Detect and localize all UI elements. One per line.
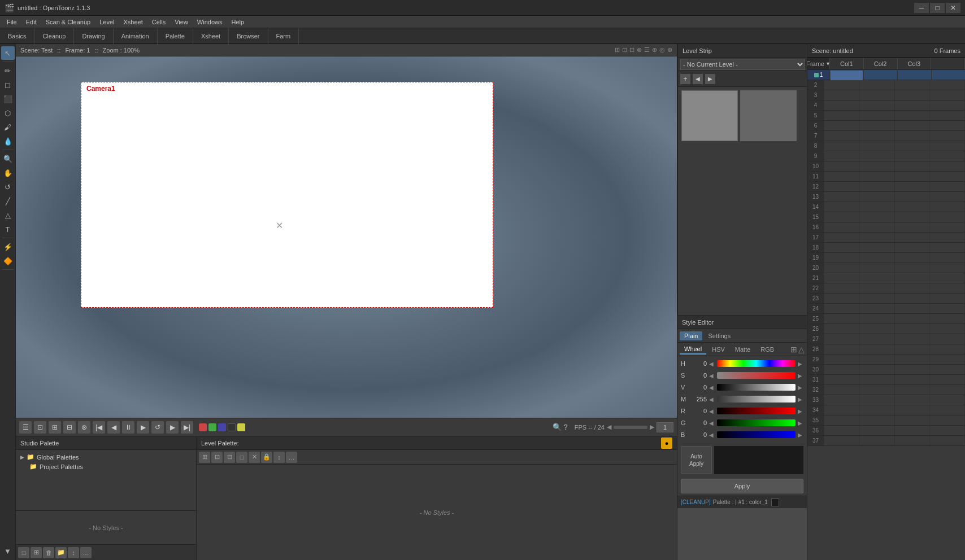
zoom-tool[interactable]: 🔍 — [1, 152, 15, 165]
next-frame-btn[interactable]: ▶ — [166, 421, 179, 434]
search-icon[interactable]: 🔍 — [553, 423, 562, 431]
select-tool[interactable]: ↖ — [1, 46, 15, 60]
se-tab-plain[interactable]: Plain — [680, 331, 702, 340]
play-btn[interactable]: ▶ — [137, 421, 149, 434]
menu-xsheet[interactable]: Xsheet — [119, 16, 147, 28]
paint-tool[interactable]: 🖌 — [1, 120, 15, 134]
tab-browser[interactable]: Browser — [229, 28, 268, 44]
red-left-arrow[interactable]: ◀ — [709, 408, 715, 414]
line-tool[interactable]: ╱ — [1, 194, 15, 208]
menu-windows[interactable]: Windows — [193, 16, 227, 28]
shape-tool[interactable]: △ — [1, 208, 15, 222]
more-down-icon[interactable]: ▼ — [1, 544, 15, 558]
tab-xsheet[interactable]: Xsheet — [193, 28, 229, 44]
fill-tool[interactable]: ⬛ — [1, 92, 15, 106]
blue-right-arrow[interactable]: ▶ — [798, 432, 803, 438]
matte-right-arrow[interactable]: ▶ — [798, 396, 803, 403]
green-left-arrow[interactable]: ◀ — [709, 420, 715, 426]
lp-new-btn[interactable]: □ — [236, 452, 247, 463]
text-tool[interactable]: T — [1, 222, 15, 236]
menu-level[interactable]: Level — [95, 16, 119, 28]
viewer-icon-1[interactable]: ⊞ — [615, 46, 620, 54]
lp-more-btn[interactable]: … — [286, 452, 297, 463]
plastic-tool[interactable]: 🔶 — [1, 254, 15, 268]
play-range-next[interactable]: ▶ — [650, 423, 654, 431]
eraser-tool[interactable]: ◻ — [1, 78, 15, 91]
tree-item-global-palettes[interactable]: ▶ 📁 Global Palettes — [18, 452, 194, 462]
mode-wheel[interactable]: Wheel — [680, 344, 706, 355]
green-right-arrow[interactable]: ▶ — [798, 420, 803, 426]
tab-cleanup[interactable]: Cleanup — [34, 28, 74, 44]
hue-left-arrow[interactable]: ◀ — [709, 361, 715, 367]
tree-item-project-palettes[interactable]: 📁 Project Palettes — [18, 462, 194, 471]
menu-help[interactable]: Help — [227, 16, 249, 28]
parent-btn[interactable]: ⊞ — [49, 421, 61, 434]
level-selector-dropdown[interactable]: - No Current Level - — [680, 59, 805, 70]
new-palette-btn[interactable]: □ — [18, 547, 29, 558]
mode-rgb[interactable]: RGB — [756, 345, 779, 354]
more-btn[interactable]: … — [80, 547, 92, 558]
red-slider[interactable] — [717, 408, 796, 414]
sat-right-arrow[interactable]: ▶ — [798, 373, 803, 379]
viewer-icon-7[interactable]: ◎ — [659, 46, 665, 54]
prev-frame-btn[interactable]: ◀ — [107, 421, 120, 434]
add-frame-btn[interactable]: + — [680, 74, 690, 84]
stamp-tool[interactable]: ⬡ — [1, 106, 15, 120]
record-btn[interactable]: ⊡ — [34, 421, 46, 434]
lp-view-btn-1[interactable]: ⊞ — [199, 452, 210, 463]
val-left-arrow[interactable]: ◀ — [709, 384, 715, 391]
link-btn[interactable]: ⊗ — [78, 421, 90, 434]
tab-farm[interactable]: Farm — [268, 28, 299, 44]
sat-slider[interactable] — [717, 372, 796, 379]
se-tab-settings[interactable]: Settings — [703, 331, 735, 340]
viewer-icon-8[interactable]: ⊛ — [667, 46, 672, 54]
tab-basics[interactable]: Basics — [0, 28, 34, 44]
sat-left-arrow[interactable]: ◀ — [709, 373, 715, 379]
lp-move-btn[interactable]: ↕ — [273, 452, 285, 463]
lp-view-btn-2[interactable]: ⊡ — [211, 452, 223, 463]
menu-edit[interactable]: Edit — [21, 16, 41, 28]
menu-view[interactable]: View — [170, 16, 193, 28]
hue-slider[interactable] — [717, 360, 796, 367]
step-fwd-btn[interactable]: ▶| — [181, 421, 193, 434]
blue-left-arrow[interactable]: ◀ — [709, 432, 715, 438]
move-btn[interactable]: ↕ — [68, 547, 79, 558]
level-palette-toggle-btn[interactable]: ● — [661, 438, 672, 449]
auto-apply-button[interactable]: Auto Apply — [681, 446, 712, 474]
menu-file[interactable]: File — [2, 16, 21, 28]
close-button[interactable]: ✕ — [946, 3, 960, 13]
val-right-arrow[interactable]: ▶ — [798, 384, 803, 391]
maximize-button[interactable]: □ — [930, 3, 945, 13]
frame-number-input[interactable] — [657, 422, 673, 432]
val-slider[interactable] — [717, 384, 796, 391]
menu-scan-cleanup[interactable]: Scan & Cleanup — [41, 16, 95, 28]
delete-btn[interactable]: 🗑 — [43, 547, 54, 558]
loop-btn[interactable]: ↺ — [151, 421, 164, 434]
play-range-prev[interactable]: ◀ — [607, 423, 611, 431]
blue-slider[interactable] — [717, 431, 796, 438]
tab-drawing[interactable]: Drawing — [74, 28, 113, 44]
folder-btn[interactable]: 📁 — [55, 547, 67, 558]
style-view-btn[interactable]: ⊞ — [31, 547, 42, 558]
next-nav-btn[interactable]: ▶ — [705, 74, 715, 84]
minimize-button[interactable]: ─ — [914, 3, 929, 13]
viewer-icon-4[interactable]: ⊗ — [637, 46, 642, 54]
lp-lock-btn[interactable]: 🔒 — [261, 452, 272, 463]
hue-right-arrow[interactable]: ▶ — [798, 361, 803, 367]
animate-tool[interactable]: ⚡ — [1, 240, 15, 253]
lock-btn[interactable]: ⊟ — [63, 421, 76, 434]
menu-cells[interactable]: Cells — [147, 16, 170, 28]
hand-tool[interactable]: ✋ — [1, 166, 15, 180]
color-pick-tool[interactable]: 💧 — [1, 134, 15, 148]
lp-view-btn-3[interactable]: ⊟ — [224, 452, 235, 463]
red-right-arrow[interactable]: ▶ — [798, 408, 803, 414]
matte-left-arrow[interactable]: ◀ — [709, 396, 715, 403]
tab-animation[interactable]: Animation — [114, 28, 158, 44]
mode-hsv[interactable]: HSV — [707, 345, 729, 354]
help-icon[interactable]: ? — [564, 423, 568, 431]
apply-button[interactable]: Apply — [681, 479, 803, 493]
pause-btn[interactable]: ⏸ — [122, 421, 134, 434]
green-slider[interactable] — [717, 419, 796, 426]
tab-palette[interactable]: Palette — [158, 28, 193, 44]
hamburger-btn[interactable]: ☰ — [19, 421, 32, 434]
